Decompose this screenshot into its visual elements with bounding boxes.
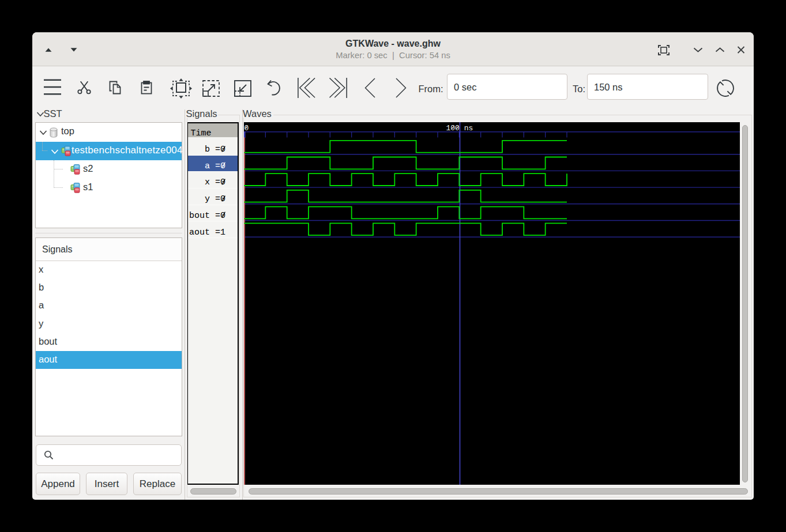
svg-text:0: 0 [245,124,249,133]
svg-text:100 ns: 100 ns [446,124,473,133]
